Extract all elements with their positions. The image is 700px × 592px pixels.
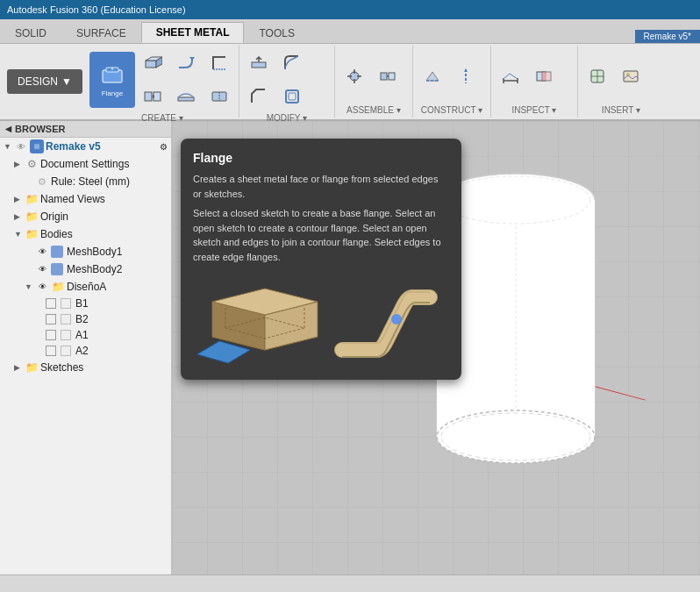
3d-viewport[interactable]: Flange Creates a sheet metal face or fla… xyxy=(172,121,700,574)
sheet-metal-flange-illustration xyxy=(333,271,439,367)
flat-pattern-button[interactable] xyxy=(204,81,235,112)
tab-solid[interactable]: SOLID xyxy=(0,22,61,43)
svg-rect-6 xyxy=(145,92,152,101)
tree-item-b1[interactable]: ▶ B1 xyxy=(0,296,171,311)
extrude-icon xyxy=(143,53,162,73)
a2-checkbox[interactable] xyxy=(46,346,56,356)
fillet-icon xyxy=(282,53,302,73)
tree-label-origin: Origin xyxy=(40,210,68,223)
tree-item-origin[interactable]: ▶ 📁 Origin xyxy=(0,208,171,225)
version-badge[interactable]: Remake v5* xyxy=(635,30,700,43)
tree-item-a1[interactable]: ▶ A1 xyxy=(0,327,171,343)
joint-button[interactable] xyxy=(339,61,370,92)
tree-item-doc-settings[interactable]: ▶ ⚙ Document Settings xyxy=(0,155,171,173)
mb1-visibility-icon[interactable]: 👁 xyxy=(35,245,49,259)
diseno-visibility-icon[interactable]: 👁 xyxy=(35,280,49,294)
press-pull-icon xyxy=(249,53,268,73)
tab-surface[interactable]: SURFACE xyxy=(61,22,141,43)
shell-button[interactable] xyxy=(276,81,308,112)
joint-icon xyxy=(345,67,364,86)
svg-rect-31 xyxy=(542,72,546,81)
tree-item-diseno[interactable]: ▼ 👁 📁 DiseñoA xyxy=(0,278,171,296)
tree-item-root[interactable]: ▼ 👁 Remake v5 ⚙ xyxy=(0,138,171,155)
b2-checkbox[interactable] xyxy=(46,314,56,325)
design-dropdown-arrow: ▼ xyxy=(61,75,72,88)
construct-label[interactable]: CONSTRUCT ▾ xyxy=(417,104,487,116)
insert-group: INSERT ▾ xyxy=(578,46,664,118)
svg-rect-12 xyxy=(252,62,266,68)
title-bar: Autodesk Fusion 360 (Education License) xyxy=(0,0,700,19)
rule-icon: ⚙ xyxy=(35,175,49,189)
collapse-browser-icon[interactable]: ◀ xyxy=(5,125,11,133)
tree-item-sketches[interactable]: ▶ 📁 Sketches xyxy=(0,359,171,376)
root-visibility-icon[interactable]: 👁 xyxy=(14,139,28,153)
tab-sheet-metal[interactable]: SHEET METAL xyxy=(141,22,245,43)
bodies-folder-icon: 📁 xyxy=(25,227,39,241)
insert-label[interactable]: INSERT ▾ xyxy=(582,104,661,116)
canvas-button[interactable] xyxy=(615,61,646,92)
design-button[interactable]: DESIGN ▼ xyxy=(7,69,82,94)
flange-button[interactable]: Flange xyxy=(89,52,135,108)
mb2-visibility-icon[interactable]: 👁 xyxy=(35,262,49,276)
doc-settings-arrow: ▶ xyxy=(14,160,23,168)
tree-label-bodies: Bodies xyxy=(40,228,73,240)
sketches-folder-icon: 📁 xyxy=(25,360,39,374)
unfold-button[interactable] xyxy=(137,81,168,112)
root-settings-icon[interactable]: ⚙ xyxy=(160,142,168,152)
corner-seam-button[interactable] xyxy=(204,47,235,79)
svg-rect-9 xyxy=(178,97,194,101)
chamfer-button[interactable] xyxy=(243,81,275,112)
tab-tools[interactable]: TOOLS xyxy=(244,22,309,43)
design-label: DESIGN xyxy=(18,75,58,88)
tooltip-desc2: Select a closed sketch to create a base … xyxy=(193,206,449,264)
shell-icon xyxy=(282,87,302,106)
tree-label-meshbody2: MeshBody2 xyxy=(67,263,122,275)
unfold-icon xyxy=(143,87,162,106)
tree-item-rule[interactable]: ▶ ⚙ Rule: Steel (mm) xyxy=(0,173,171,190)
interference-button[interactable] xyxy=(528,61,560,92)
tree-item-a2[interactable]: ▶ A2 xyxy=(0,343,171,359)
measure-button[interactable] xyxy=(495,61,526,92)
assemble-label[interactable]: ASSEMBLE ▾ xyxy=(339,104,409,116)
insert-mesh-icon xyxy=(588,67,607,86)
insert-mesh-button[interactable] xyxy=(582,61,613,92)
browser-header: ◀ BROWSER xyxy=(0,121,171,138)
flat-pattern-icon xyxy=(210,87,229,106)
svg-rect-14 xyxy=(289,93,296,100)
tooltip-illustrations xyxy=(193,271,449,367)
bodies-arrow: ▼ xyxy=(14,230,23,239)
tree-item-b2[interactable]: ▶ B2 xyxy=(0,311,171,327)
tree-item-bodies[interactable]: ▼ 📁 Bodies xyxy=(0,225,171,243)
tree-item-named-views[interactable]: ▶ 📁 Named Views xyxy=(0,190,171,208)
tab-bar: SOLID SURFACE SHEET METAL TOOLS Remake v… xyxy=(0,19,700,44)
hem-button[interactable] xyxy=(170,81,202,112)
axis-button[interactable] xyxy=(450,61,482,92)
modify-group: MODIFY ▾ xyxy=(239,46,335,118)
svg-rect-21 xyxy=(389,73,395,80)
tree-label-meshbody1: MeshBody1 xyxy=(67,246,122,258)
rigid-group-button[interactable] xyxy=(372,61,404,92)
tree-item-meshbody1[interactable]: ▶ 👁 MeshBody1 xyxy=(0,243,171,260)
tree-label-sketches: Sketches xyxy=(40,361,83,374)
tree-label-b1: B1 xyxy=(75,297,89,310)
fillet-button[interactable] xyxy=(276,47,308,79)
extrude-button[interactable] xyxy=(137,47,168,79)
inspect-label[interactable]: INSPECT ▾ xyxy=(495,104,574,116)
tree-label-diseno: DiseñoA xyxy=(67,281,106,293)
corner-seam-icon xyxy=(210,53,229,73)
construct-group: CONSTRUCT ▾ xyxy=(413,46,491,118)
tree-item-meshbody2[interactable]: ▶ 👁 MeshBody2 xyxy=(0,260,171,278)
meshbody2-icon xyxy=(51,263,63,275)
diseno-folder-icon: 📁 xyxy=(51,280,65,294)
b1-checkbox[interactable] xyxy=(46,298,56,309)
flange-tooltip: Flange Creates a sheet metal face or fla… xyxy=(181,139,461,380)
tree-label-root: Remake v5 xyxy=(46,140,101,153)
press-pull-button[interactable] xyxy=(243,47,275,79)
plane-button[interactable] xyxy=(417,61,448,92)
origin-arrow: ▶ xyxy=(14,212,23,221)
browser-title: BROWSER xyxy=(15,124,65,134)
named-views-arrow: ▶ xyxy=(14,195,23,203)
bend-button[interactable] xyxy=(170,47,202,79)
tooltip-title: Flange xyxy=(193,151,449,165)
a1-checkbox[interactable] xyxy=(46,330,56,340)
